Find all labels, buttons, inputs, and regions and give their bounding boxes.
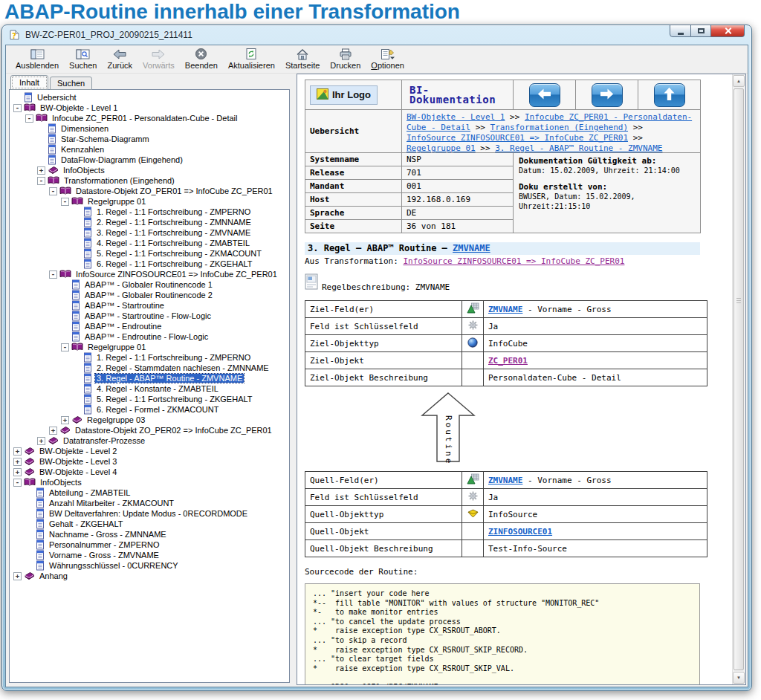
tree-item[interactable]: +Datastore-Objekt ZO_PER02 => InfoCube Z… bbox=[11, 425, 289, 435]
tree-item[interactable]: -Infocube ZC_PER01 - Personaldaten-Cube … bbox=[11, 113, 289, 123]
tree-expander-minus-icon[interactable]: - bbox=[49, 187, 57, 195]
maximize-button[interactable] bbox=[691, 25, 711, 37]
tree-item[interactable]: ABAP™ - Globaler Routinencode 2 bbox=[11, 290, 289, 300]
toolbar-button-beenden[interactable]: Beenden bbox=[180, 47, 223, 70]
tree-item[interactable]: -Regelgruppe 01 bbox=[11, 196, 289, 207]
tree-item[interactable]: -InfoSource ZINFOSOURCE01 => InfoCube ZC… bbox=[11, 269, 289, 279]
tree-item[interactable]: +Anhang bbox=[11, 571, 289, 581]
tree-expander-plus-icon[interactable]: + bbox=[13, 572, 22, 580]
tree-expander-minus-icon[interactable]: - bbox=[49, 270, 57, 279]
tree-expander-minus-icon[interactable]: - bbox=[13, 479, 22, 487]
tree-item[interactable]: -BW-Objekte - Level 1 bbox=[11, 103, 289, 113]
tree-expander-plus-icon[interactable]: + bbox=[37, 166, 45, 175]
tree-item[interactable]: 6. Regel - 1:1 Fortschreibung - ZKGEHALT bbox=[11, 259, 289, 269]
toolbar-button-suchen[interactable]: Suchen bbox=[64, 47, 102, 70]
tab-suchen[interactable]: Suchen bbox=[50, 77, 92, 90]
tree-item[interactable]: Gehalt - ZKGEHALT bbox=[11, 519, 289, 529]
tree-item[interactable]: ABAP™ - Startroutine - Flow-Logic bbox=[11, 311, 289, 321]
rule-value-link[interactable]: ZMVNAME bbox=[488, 476, 522, 485]
tree-expander-plus-icon[interactable]: + bbox=[37, 437, 45, 445]
scroll-down-button[interactable]: ▼ bbox=[733, 672, 745, 684]
tree-item[interactable]: Vorname - Gross - ZMVNAME bbox=[11, 550, 289, 560]
breadcrumb-link[interactable]: Transformationen (Eingehend) bbox=[490, 123, 628, 132]
nav-up-button[interactable] bbox=[654, 83, 685, 107]
tree-expander-minus-icon[interactable]: - bbox=[25, 114, 33, 123]
tree-item[interactable]: Star-Schema-Diagramm bbox=[11, 134, 289, 144]
toolbar-button-ausblenden[interactable]: Ausblenden bbox=[10, 47, 64, 70]
breadcrumb-link[interactable]: InfoSource ZINFOSOURCE01 => InfoCube ZC_… bbox=[407, 133, 628, 143]
main-area: Inhalt Suchen Uebersicht-BW-Objekte - Le… bbox=[7, 74, 746, 685]
tree-item[interactable]: Abteilung - ZMABTEIL bbox=[11, 487, 289, 498]
minimize-button[interactable] bbox=[670, 25, 691, 37]
tree-expander-plus-icon[interactable]: + bbox=[61, 416, 69, 424]
tree-item[interactable]: +InfoObjects bbox=[11, 165, 289, 175]
tree-item[interactable]: 6. Regel - Formel - ZKMACOUNT bbox=[11, 404, 289, 415]
tree-item[interactable]: 5. Regel - 1:1 Fortschreibung - ZKMACOUN… bbox=[11, 248, 289, 259]
tree-item[interactable]: Anzahl Mitarbeiter - ZKMACOUNT bbox=[11, 498, 289, 508]
tree-item[interactable]: +Regelgruppe 03 bbox=[11, 415, 289, 425]
tree-item[interactable]: -Transformationen (Eingehend) bbox=[11, 175, 289, 186]
toolbar-button-zurck[interactable]: Zurück bbox=[102, 47, 137, 70]
tree-item[interactable]: 5. Regel - 1:1 Fortschreibung - ZKGEHALT bbox=[11, 394, 289, 404]
tree-item[interactable]: -InfoObjects bbox=[11, 477, 289, 487]
toolbar-button-vorwrts[interactable]: Vorwärts bbox=[137, 47, 180, 70]
tree-item[interactable]: 3. Regel - ABAP™ Routine - ZMVNAME bbox=[11, 373, 289, 383]
tree-item[interactable]: +BW-Objekte - Level 3 bbox=[11, 456, 289, 467]
tree-item[interactable]: 1. Regel - 1:1 Fortschreibung - ZMPERNO bbox=[11, 352, 289, 363]
tree-item[interactable]: Dimensionen bbox=[11, 123, 289, 134]
tree-item[interactable]: +BW-Objekte - Level 4 bbox=[11, 467, 289, 477]
tree-item[interactable]: 4. Regel - Konstante - ZMABTEIL bbox=[11, 383, 289, 394]
tree-item[interactable]: ABAP™ - Endroutine bbox=[11, 321, 289, 331]
breadcrumb-link[interactable]: 3. Regel - ABAP™ Routine - ZMVNAME bbox=[495, 143, 662, 153]
logo-label: Ihr Logo bbox=[332, 89, 371, 100]
tree-item[interactable]: DataFlow-Diagramm (Eingehend) bbox=[11, 155, 289, 165]
scroll-thumb[interactable] bbox=[734, 88, 744, 670]
tree-item[interactable]: 2. Regel - Stammdaten nachlesen - ZMNNAM… bbox=[11, 363, 289, 373]
breadcrumb-link[interactable]: BW-Objekte - Level 1 bbox=[407, 112, 505, 122]
tree-item[interactable]: 1. Regel - 1:1 Fortschreibung - ZMPERNO bbox=[11, 207, 289, 217]
titlebar[interactable]: ? BW-ZC-PER01_PROJ_20090215_211411 bbox=[2, 25, 751, 44]
rule-value-link[interactable]: ZINFOSOURCE01 bbox=[488, 527, 552, 537]
tab-inhalt[interactable]: Inhalt bbox=[10, 75, 48, 90]
nav-back-button[interactable] bbox=[529, 83, 560, 107]
scrollbar[interactable]: ▲ ▼ bbox=[732, 74, 745, 684]
tree-item[interactable]: Nachname - Gross - ZMNNAME bbox=[11, 529, 289, 539]
tree-item[interactable]: +BW-Objekte - Level 2 bbox=[11, 446, 289, 456]
toolbar-button-startseite[interactable]: Startseite bbox=[280, 47, 325, 70]
close-button[interactable] bbox=[711, 25, 745, 37]
nav-forward-button[interactable] bbox=[592, 83, 623, 107]
tree-expander-minus-icon[interactable]: - bbox=[61, 343, 69, 351]
toolbar-button-optionen[interactable]: Optionen bbox=[366, 47, 409, 70]
tree-item[interactable]: 4. Regel - 1:1 Fortschreibung - ZMABTEIL bbox=[11, 238, 289, 248]
transformation-link[interactable]: InfoSource ZINFOSOURCE01 => InfoCube ZC_… bbox=[403, 256, 624, 266]
heading-link[interactable]: ZMVNAME bbox=[453, 243, 490, 253]
tree-expander-plus-icon[interactable]: + bbox=[13, 468, 22, 476]
tree-item[interactable]: 2. Regel - 1:1 Fortschreibung - ZMNNAME bbox=[11, 217, 289, 227]
tree-item[interactable]: BW Deltaverfahren: Update Modus - 0RECOR… bbox=[11, 508, 289, 519]
rule-value-link[interactable]: ZC_PER01 bbox=[488, 356, 528, 366]
tree-item[interactable]: +Datatransfer-Prozesse bbox=[11, 435, 289, 446]
tree-expander-minus-icon[interactable]: - bbox=[13, 104, 22, 112]
toolbar-button-drucken[interactable]: Drucken bbox=[325, 47, 366, 70]
tree-item[interactable]: Kennzahlen bbox=[11, 144, 289, 155]
tree-item[interactable]: Personalnummer - ZMPERNO bbox=[11, 539, 289, 550]
tree-item[interactable]: ABAP™ - Endroutine - Flow-Logic bbox=[11, 331, 289, 342]
tree-item-label: DataFlow-Diagramm (Eingehend) bbox=[59, 155, 184, 164]
breadcrumb-link[interactable]: Regelgruppe 01 bbox=[407, 143, 476, 153]
tree-item[interactable]: Währungsschlüssel - 0CURRENCY bbox=[11, 560, 289, 571]
tree-expander-plus-icon[interactable]: + bbox=[13, 447, 22, 456]
tree-item[interactable]: ABAP™ - Globaler Routinencode 1 bbox=[11, 279, 289, 290]
tree-item[interactable]: Uebersicht bbox=[11, 92, 289, 103]
tree-expander-plus-icon[interactable]: + bbox=[49, 427, 57, 435]
rule-value-link[interactable]: ZMVNAME bbox=[488, 305, 522, 314]
tree-item[interactable]: -Datastore-Objekt ZO_PER01 => InfoCube Z… bbox=[11, 186, 289, 196]
tree-expander-minus-icon[interactable]: - bbox=[61, 198, 69, 206]
scroll-up-button[interactable]: ▲ bbox=[733, 75, 745, 87]
toolbar-button-aktualisieren[interactable]: Aktualisieren bbox=[223, 47, 280, 70]
tree-item[interactable]: 3. Regel - 1:1 Fortschreibung - ZMVNAME bbox=[11, 227, 289, 238]
tree-item[interactable]: ABAP™ - Startroutine bbox=[11, 300, 289, 311]
tree-item[interactable]: -Regelgruppe 01 bbox=[11, 342, 289, 352]
tree-expander-plus-icon[interactable]: + bbox=[13, 458, 22, 466]
tree-expander-minus-icon[interactable]: - bbox=[37, 177, 45, 185]
sysinfo-value: 36 von 181 bbox=[402, 220, 514, 233]
